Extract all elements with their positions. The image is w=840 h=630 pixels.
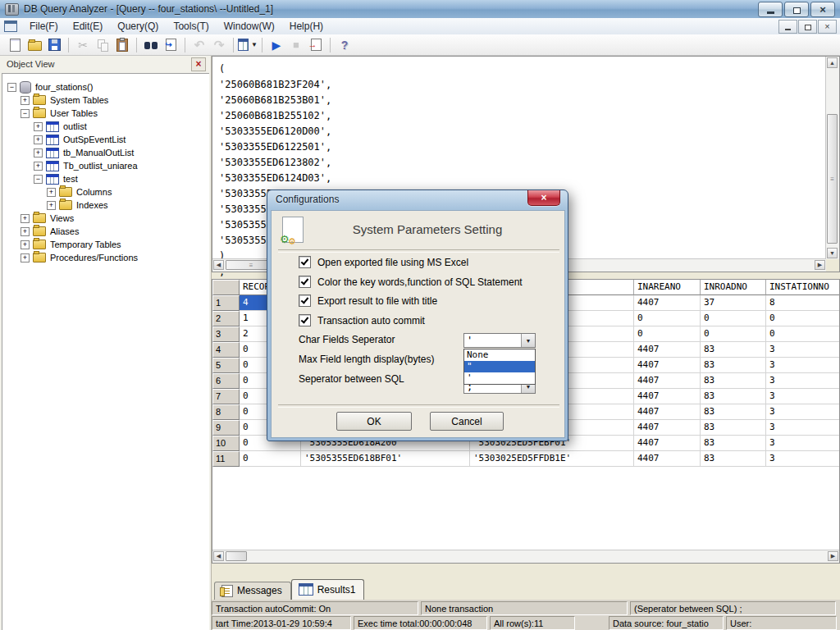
grid-cell[interactable]: 4407 — [634, 373, 701, 389]
grid-cell[interactable]: 83 — [701, 404, 766, 420]
grid-cell[interactable]: 83 — [701, 389, 766, 404]
replace-button[interactable] — [161, 36, 180, 54]
tree-expander-plus[interactable]: + — [34, 148, 43, 158]
stop-button[interactable]: ■ — [286, 36, 306, 54]
help-button[interactable]: ? — [335, 36, 354, 54]
tree-expander-minus[interactable]: − — [7, 83, 16, 92]
grid-cell[interactable]: 0 — [766, 311, 840, 326]
redo-button[interactable]: ↷ — [209, 36, 229, 54]
grid-cell[interactable]: 4407 — [634, 342, 701, 358]
dialog-close-button[interactable]: × — [527, 190, 560, 206]
grid-horizontal-scrollbar[interactable]: ◀ ▶ — [212, 550, 839, 563]
separator-dropdown-list[interactable]: None"' — [463, 349, 536, 385]
grid-cell[interactable]: 0 — [701, 326, 766, 342]
minimize-button[interactable] — [758, 2, 783, 17]
tab-results1[interactable]: Results1 — [291, 579, 365, 600]
menu-help[interactable]: Help(H) — [282, 19, 331, 34]
row-header[interactable]: 9 — [212, 420, 240, 436]
menu-query[interactable]: Query(Q) — [110, 19, 166, 34]
tree-item-indexes[interactable]: +Indexes — [2, 199, 209, 212]
tree-item-four-stations-[interactable]: −four_stations() — [2, 80, 209, 94]
grid-cell[interactable]: 4407 — [634, 358, 701, 373]
grid-cell[interactable]: 83 — [701, 373, 766, 389]
open-file-button[interactable] — [25, 36, 44, 54]
grid-cell[interactable]: 3 — [766, 404, 840, 420]
tree-item-tb-outlist-uniarea[interactable]: +Tb_outlist_uniarea — [2, 159, 209, 172]
tree-item-views[interactable]: +Views — [2, 212, 209, 225]
column-header[interactable]: INSTATIONNO — [766, 280, 840, 295]
copy-button[interactable] — [93, 36, 112, 54]
child-restore-button[interactable] — [798, 20, 817, 34]
scroll-left-button[interactable]: ◀ — [213, 260, 224, 270]
scroll-up-button[interactable]: ▲ — [827, 57, 838, 68]
tree-item-temporary-tables[interactable]: +Temporary Tables — [2, 238, 209, 251]
menu-file[interactable]: File(F) — [22, 19, 66, 34]
grid-cell[interactable]: 0 — [701, 311, 766, 326]
menu-edit[interactable]: Edit(E) — [66, 19, 111, 34]
grid-cell[interactable]: 37 — [701, 295, 766, 311]
tree-item-user-tables[interactable]: −User Tables — [2, 107, 209, 120]
checkbox-checked[interactable] — [299, 276, 311, 288]
tree-expander-plus[interactable]: + — [21, 227, 30, 236]
grid-cell[interactable]: 4407 — [634, 404, 701, 420]
save-button[interactable] — [44, 36, 64, 54]
grid-cell[interactable]: 83 — [701, 342, 766, 358]
grid-cell[interactable]: 83 — [701, 436, 766, 451]
grid-cell[interactable]: 4407 — [634, 451, 701, 467]
row-header[interactable]: 10 — [212, 436, 240, 451]
checkbox-checked[interactable] — [299, 256, 311, 268]
scroll-left-button[interactable]: ◀ — [213, 551, 224, 561]
menu-window[interactable]: Window(W) — [217, 19, 282, 34]
grid-cell[interactable]: 4407 — [634, 436, 701, 451]
scroll-right-button[interactable]: ▶ — [828, 551, 838, 561]
row-header[interactable]: 8 — [212, 404, 240, 420]
close-button[interactable]: × — [810, 2, 835, 17]
tree-expander-minus[interactable]: − — [21, 109, 30, 118]
scroll-thumb[interactable] — [226, 551, 247, 561]
grid-cell[interactable]: 0 — [634, 326, 701, 342]
tree-item-outspeventlist[interactable]: +OutSpEventList — [2, 133, 209, 146]
grid-cell[interactable]: 0 — [634, 311, 701, 326]
row-header[interactable]: 4 — [212, 342, 240, 358]
grid-cell[interactable]: 3 — [766, 373, 840, 389]
object-view-close-button[interactable]: × — [191, 57, 206, 71]
find-button[interactable] — [141, 36, 161, 54]
grid-cell[interactable]: 3 — [766, 389, 840, 404]
child-close-button[interactable]: × — [818, 20, 837, 34]
row-header[interactable]: 5 — [212, 358, 240, 373]
grid-cell[interactable]: 4407 — [634, 295, 701, 311]
dropdown-option[interactable]: None — [464, 349, 535, 361]
tree-expander-plus[interactable]: + — [21, 214, 30, 223]
dropdown-option[interactable]: " — [464, 361, 535, 372]
scroll-down-button[interactable]: ▼ — [827, 248, 838, 258]
column-header[interactable]: INAREANO — [634, 280, 701, 295]
grid-cell[interactable]: 83 — [701, 358, 766, 373]
tree-item-test[interactable]: −test — [2, 172, 209, 185]
cut-button[interactable]: ✂ — [73, 36, 93, 54]
grid-cell[interactable]: 3 — [766, 342, 840, 358]
tree-expander-plus[interactable]: + — [34, 122, 43, 131]
menu-tools[interactable]: Tools(T) — [166, 19, 216, 34]
checkbox-checked[interactable] — [299, 294, 311, 307]
tree-expander-plus[interactable]: + — [34, 162, 43, 171]
execute-button[interactable]: ▶ — [267, 36, 286, 54]
paste-button[interactable] — [112, 36, 132, 54]
row-header[interactable]: 6 — [212, 373, 240, 389]
export-button[interactable] — [306, 36, 326, 54]
tree-item-outlist[interactable]: +outlist — [2, 120, 209, 133]
tree-expander-plus[interactable]: + — [21, 96, 30, 105]
grid-cell[interactable]: 3 — [766, 420, 840, 436]
grid-cell[interactable]: '5303025ED5FFDB1E' — [470, 451, 634, 467]
grid-cell[interactable]: 4407 — [634, 420, 701, 436]
grid-cell[interactable]: 3 — [766, 358, 840, 373]
scroll-right-button[interactable]: ▶ — [815, 260, 825, 270]
scroll-thumb[interactable]: ≡ — [827, 114, 838, 244]
chevron-down-icon[interactable]: ▼ — [521, 334, 535, 347]
editor-vertical-scrollbar[interactable]: ▲ ≡ ▼ — [825, 57, 839, 259]
grid-cell[interactable]: 4407 — [634, 389, 701, 404]
cancel-button[interactable]: Cancel — [430, 412, 504, 431]
child-minimize-button[interactable] — [778, 20, 797, 34]
grid-cell[interactable]: 3 — [766, 436, 840, 451]
row-header[interactable]: 1 — [212, 295, 240, 311]
tree-expander-plus[interactable]: + — [21, 253, 30, 262]
